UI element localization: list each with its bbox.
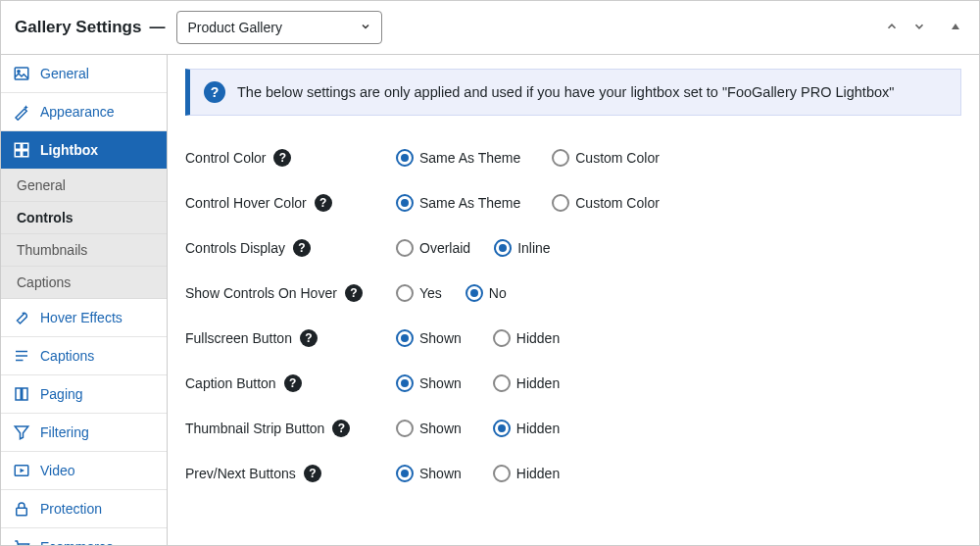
sidebar-item-label: Hover Effects (40, 310, 122, 325)
sub-item-captions[interactable]: Captions (1, 267, 167, 299)
panel-title: Gallery Settings (15, 18, 141, 37)
sidebar-item-label: Protection (40, 501, 102, 517)
radio-label: Same As Theme (419, 150, 520, 166)
radio-button[interactable] (493, 329, 511, 347)
help-icon[interactable]: ? (304, 465, 321, 482)
radio-button[interactable] (494, 239, 512, 257)
gallery-template-dropdown[interactable]: Product Gallery (176, 11, 382, 44)
notice-help-icon: ? (204, 81, 225, 103)
radio-option[interactable]: Hidden (493, 465, 560, 482)
sub-item-general[interactable]: General (1, 170, 167, 202)
radio-option[interactable]: Same As Theme (396, 194, 520, 212)
sidebar-item-appearance[interactable]: Appearance (1, 93, 167, 131)
radio-label: Hidden (516, 466, 560, 481)
radio-option[interactable]: Custom Color (552, 194, 660, 212)
dropdown-value: Product Gallery (187, 20, 281, 35)
radio-button[interactable] (396, 420, 414, 437)
lock-icon (13, 500, 30, 518)
radio-button[interactable] (466, 284, 483, 302)
radio-button[interactable] (552, 149, 569, 167)
sidebar-item-captions[interactable]: Captions (1, 337, 167, 375)
sidebar-item-hover-effects[interactable]: Hover Effects (1, 299, 167, 337)
radio-option[interactable]: Hidden (493, 374, 560, 392)
settings-content: ? The below settings are only applied an… (168, 55, 979, 545)
radio-option[interactable]: Inline (494, 239, 550, 257)
radio-button[interactable] (396, 329, 414, 347)
radio-option[interactable]: Hidden (493, 329, 560, 347)
sidebar-item-label: Paging (40, 386, 83, 402)
field-row: Prev/Next Buttons?ShownHidden (185, 451, 961, 496)
radio-button[interactable] (396, 149, 414, 167)
svg-point-2 (18, 71, 20, 73)
help-icon[interactable]: ? (345, 284, 363, 302)
svg-rect-6 (23, 151, 28, 157)
field-label: Caption Button? (185, 374, 396, 392)
sidebar-item-protection[interactable]: Protection (1, 490, 167, 528)
wrench-icon (13, 309, 30, 326)
field-options: YesNo (396, 284, 507, 302)
sidebar-item-ecommerce[interactable]: Ecommerce (1, 528, 167, 545)
help-icon[interactable]: ? (332, 420, 350, 437)
field-label: Control Hover Color? (185, 194, 396, 212)
field-label: Control Color? (185, 149, 396, 167)
chevron-down-icon (360, 20, 371, 35)
sidebar-item-lightbox[interactable]: Lightbox (1, 131, 167, 170)
help-icon[interactable]: ? (284, 374, 302, 392)
radio-option[interactable]: Shown (396, 465, 462, 482)
radio-button[interactable] (396, 465, 414, 482)
radio-option[interactable]: Custom Color (552, 149, 660, 167)
header-actions (881, 18, 965, 38)
radio-label: Hidden (516, 375, 560, 391)
radio-option[interactable]: No (466, 284, 507, 302)
help-icon[interactable]: ? (273, 149, 291, 167)
radio-option[interactable]: Yes (396, 284, 442, 302)
radio-button[interactable] (493, 420, 511, 437)
radio-option[interactable]: Overlaid (396, 239, 470, 257)
field-row: Control Hover Color?Same As ThemeCustom … (185, 180, 961, 225)
radio-option[interactable]: Shown (396, 420, 462, 437)
help-icon[interactable]: ? (315, 194, 332, 212)
radio-option[interactable]: Same As Theme (396, 149, 520, 167)
radio-label: Hidden (516, 330, 560, 346)
field-options: OverlaidInline (396, 239, 551, 257)
radio-button[interactable] (552, 194, 569, 212)
radio-button[interactable] (493, 374, 511, 392)
radio-button[interactable] (396, 284, 414, 302)
field-row: Fullscreen Button?ShownHidden (185, 316, 961, 361)
sub-item-thumbnails[interactable]: Thumbnails (1, 234, 167, 267)
radio-button[interactable] (493, 465, 511, 482)
radio-button[interactable] (396, 239, 414, 257)
field-label: Show Controls On Hover? (185, 284, 396, 302)
sub-item-controls[interactable]: Controls (1, 202, 167, 234)
sidebar-item-label: Appearance (40, 104, 115, 120)
field-row: Control Color?Same As ThemeCustom Color (185, 135, 961, 180)
sidebar-item-paging[interactable]: Paging (1, 375, 167, 414)
field-options: ShownHidden (396, 465, 560, 482)
collapse-indicator[interactable]: — (149, 19, 165, 36)
panel-body: General Appearance Lightbox General Cont… (1, 55, 979, 545)
radio-option[interactable]: Shown (396, 329, 462, 347)
svg-rect-4 (23, 143, 28, 149)
field-row: Caption Button?ShownHidden (185, 361, 961, 406)
toggle-panel-icon[interactable] (946, 18, 965, 37)
svg-rect-12 (17, 508, 27, 516)
radio-button[interactable] (396, 374, 414, 392)
radio-option[interactable]: Hidden (493, 420, 560, 437)
radio-label: Custom Color (575, 150, 660, 166)
radio-button[interactable] (396, 194, 414, 212)
notice-text: The below settings are only applied and … (237, 84, 894, 100)
radio-label: Custom Color (575, 195, 660, 211)
filter-icon (13, 423, 30, 441)
sidebar-item-filtering[interactable]: Filtering (1, 414, 167, 452)
radio-option[interactable]: Shown (396, 374, 462, 392)
field-label: Thumbnail Strip Button? (185, 420, 396, 437)
help-icon[interactable]: ? (293, 239, 311, 257)
svg-rect-5 (15, 151, 21, 157)
sidebar-item-general[interactable]: General (1, 55, 167, 93)
radio-label: Shown (419, 375, 462, 391)
move-down-icon[interactable] (908, 18, 930, 38)
radio-label: Yes (419, 285, 442, 301)
sidebar-item-video[interactable]: Video (1, 452, 167, 490)
move-up-icon[interactable] (881, 18, 903, 38)
help-icon[interactable]: ? (300, 329, 318, 347)
